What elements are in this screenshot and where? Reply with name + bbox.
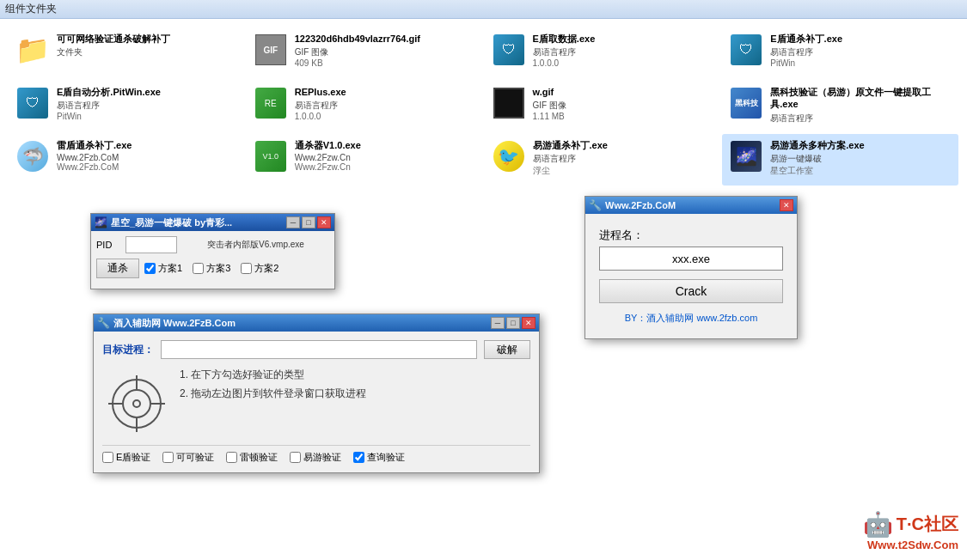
file-item[interactable]: V1.0 通杀器V1.0.exe Www.2Fzw.Cn Www.2Fzw.Cn	[247, 134, 483, 186]
file-item[interactable]: w.gif GIF 图像 1.11 MB	[485, 81, 721, 132]
process-input[interactable]	[599, 247, 783, 271]
exe-icon: 🛡	[15, 86, 50, 120]
kill-button[interactable]: 通杀	[96, 259, 139, 278]
file-meta: 1.0.0.0	[295, 112, 346, 121]
main-area: 1. 在下方勾选好验证的类型 2. 拖动左边图片到软件登录窗口获取进程	[102, 366, 530, 438]
exe-icon: V1.0	[254, 139, 288, 173]
file-meta: 1.0.0.0	[533, 58, 596, 68]
file-type: Www.2Fzb.CoM	[57, 153, 132, 162]
svg-point-1	[123, 390, 150, 417]
crack-content: 进程名： Crack BY：酒入辅助网 www.2fzb.com	[585, 214, 797, 338]
option-3-label: 方案3	[206, 262, 230, 275]
duck-icon: 🐦	[492, 139, 526, 173]
crosshair-area	[102, 369, 171, 438]
maximize-button[interactable]: □	[506, 317, 520, 329]
file-type: 易游一键爆破	[770, 153, 864, 165]
file-type: 易语言程序	[533, 153, 608, 165]
shark-icon: 🦈	[15, 139, 50, 173]
checkbox-yiyou-label: 易游验证	[303, 451, 341, 464]
close-button[interactable]: ✕	[522, 317, 536, 329]
file-item[interactable]: 🦈 雷盾通杀补丁.exe Www.2Fzb.CoM Www.2Fzb.CoM	[9, 134, 245, 186]
title-icon: 🔧	[97, 317, 110, 329]
kill-row: 通杀 方案1 方案3 方案2	[96, 259, 329, 278]
file-meta: 409 KB	[295, 58, 420, 68]
checkbox-leidun[interactable]: 雷顿验证	[226, 451, 278, 464]
file-meta: PitWin	[57, 112, 161, 121]
crack-button[interactable]: 破解	[484, 340, 530, 359]
pid-row: PID 突击者内部版V6.vmp.exe	[96, 236, 329, 253]
close-button[interactable]: ✕	[780, 199, 793, 211]
file-type: 易语言程序	[770, 46, 842, 58]
option-2[interactable]: 方案2	[241, 262, 278, 275]
crack-title: Www.2Fzb.CoM	[605, 200, 778, 210]
file-type: 易语言程序	[770, 113, 952, 125]
crack-execute-button[interactable]: Crack	[599, 279, 783, 303]
checkbox-keke[interactable]: 可可验证	[162, 451, 214, 464]
file-name: E盾通杀补丁.exe	[770, 33, 842, 45]
file-type: GIF 图像	[295, 46, 420, 58]
explorer-title: 组件文件夹	[5, 2, 57, 16]
file-type: 文件夹	[57, 46, 170, 58]
instruction-2: 2. 拖动左边图片到软件登录窗口获取进程	[180, 385, 366, 404]
file-type: 易语言程序	[533, 46, 596, 58]
file-item[interactable]: 🐦 易游通杀补丁.exe 易语言程序 浮尘	[485, 134, 721, 186]
option-2-label: 方案2	[254, 262, 278, 275]
file-name: 可可网络验证通杀破解补丁	[57, 33, 170, 45]
process-label: 进程名：	[599, 228, 783, 243]
file-type: GIF 图像	[533, 100, 566, 112]
file-name: 易游通杀多种方案.exe	[770, 139, 864, 151]
space-icon: 🌌	[729, 139, 763, 173]
target-label: 目标进程：	[102, 343, 154, 357]
crack-dialog: 🔧 Www.2Fzb.CoM ✕ 进程名： Crack BY：酒入辅助网 www…	[584, 196, 798, 339]
xingkong-titlebar: 🌌 星空_易游一键爆破 by青彩... ─ □ ✕	[91, 214, 334, 231]
file-name: E盾取数据.exe	[533, 33, 596, 45]
target-text: 突击者内部版V6.vmp.exe	[182, 239, 329, 251]
pid-label: PID	[96, 240, 120, 250]
file-meta: PitWin	[770, 58, 842, 68]
file-type: Www.2Fzw.Cn	[295, 153, 361, 162]
checkbox-edun[interactable]: E盾验证	[102, 451, 150, 464]
file-item[interactable]: 🛡 E盾自动分析.PitWin.exe 易语言程序 PitWin	[9, 81, 245, 132]
checkbox-edun-label: E盾验证	[116, 451, 150, 464]
checkbox-query[interactable]: 查询验证	[353, 451, 405, 464]
file-meta: 1.11 MB	[533, 112, 566, 121]
file-item[interactable]: RE REPlus.exe 易语言程序 1.0.0.0	[247, 81, 483, 132]
watermark-url: Www.t2Sdw.Com	[863, 539, 958, 551]
crack-titlebar: 🔧 Www.2Fzb.CoM ✕	[585, 197, 797, 214]
xingkong-title: 星空_易游一键爆破 by青彩...	[111, 216, 285, 229]
file-meta: Www.2Fzw.Cn	[295, 162, 361, 172]
file-name: 通杀器V1.0.exe	[295, 139, 361, 151]
crosshair-icon	[107, 374, 167, 434]
checkbox-yiyou[interactable]: 易游验证	[290, 451, 341, 464]
title-icon: 🌌	[95, 216, 107, 228]
file-meta: 星空工作室	[770, 165, 864, 177]
xingkong-dialog: 🌌 星空_易游一键爆破 by青彩... ─ □ ✕ PID 突击者内部版V6.v…	[90, 213, 335, 289]
option-3[interactable]: 方案3	[193, 262, 230, 275]
minimize-button[interactable]: ─	[491, 317, 505, 329]
close-button[interactable]: ✕	[317, 216, 331, 228]
file-item[interactable]: 🛡 E盾通杀补丁.exe 易语言程序 PitWin	[722, 27, 958, 79]
by-text: BY：酒入辅助网 www.2fzb.com	[599, 312, 783, 325]
maximize-button[interactable]: □	[302, 216, 315, 228]
file-name: REPlus.exe	[295, 86, 346, 98]
file-item-selected[interactable]: 🌌 易游通杀多种方案.exe 易游一键爆破 星空工作室	[722, 134, 958, 186]
file-item[interactable]: 黑科技 黑科技验证（易游）原文件一键提取工具.exe 易语言程序	[722, 81, 958, 132]
pid-input[interactable]	[125, 236, 177, 253]
file-meta: 浮尘	[533, 165, 608, 177]
file-item[interactable]: GIF 122320d6hdb49vlazrr764.gif GIF 图像 40…	[247, 27, 483, 79]
file-item[interactable]: 📁 可可网络验证通杀破解补丁 文件夹	[9, 27, 245, 79]
gif-icon: GIF	[254, 33, 288, 67]
checkbox-leidun-label: 雷顿验证	[240, 451, 278, 464]
target-input[interactable]	[161, 340, 477, 359]
watermark-text: T·C社区	[897, 513, 958, 536]
watermark: 🤖 T·C社区 Www.t2Sdw.Com	[863, 510, 958, 551]
file-meta: Www.2Fzb.CoM	[57, 162, 132, 172]
file-name: w.gif	[533, 86, 566, 98]
checkbox-query-label: 查询验证	[367, 451, 405, 464]
file-item[interactable]: 🛡 E盾取数据.exe 易语言程序 1.0.0.0	[485, 27, 721, 79]
option-1[interactable]: 方案1	[144, 262, 182, 275]
file-grid: 📁 可可网络验证通杀破解补丁 文件夹 GIF 122320d6hdb49vlaz…	[0, 19, 967, 194]
file-name: E盾自动分析.PitWin.exe	[57, 86, 161, 98]
jiuru-titlebar: 🔧 酒入辅助网 Www.2FzB.Com ─ □ ✕	[94, 314, 539, 332]
minimize-button[interactable]: ─	[286, 216, 300, 228]
